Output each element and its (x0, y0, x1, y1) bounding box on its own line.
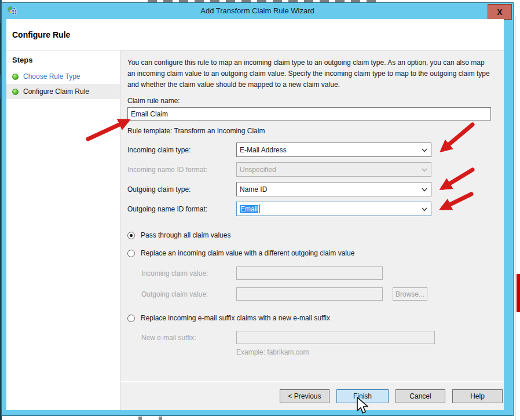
outgoing-name-id-format-dropdown[interactable]: Email (236, 202, 431, 216)
outgoing-claim-value-label: Outgoing claim value: (141, 290, 236, 298)
suffix-example-text: Example: fabrikam.com (236, 348, 492, 356)
outgoing-name-id-format-label: Outgoing name ID format: (127, 205, 236, 213)
page-header: Configure Rule (6, 19, 504, 50)
radio-replace-email-suffix[interactable]: Replace incoming e-mail suffix claims wi… (127, 314, 492, 322)
step-choose-rule-type[interactable]: Choose Rule Type (6, 69, 120, 84)
background-top-text-remnant (148, 0, 379, 2)
step-configure-claim-rule[interactable]: Configure Claim Rule (6, 84, 120, 99)
previous-button[interactable]: < Previous (280, 389, 329, 403)
chevron-down-icon (420, 166, 429, 174)
outgoing-claim-value-input (236, 287, 383, 301)
help-button[interactable]: Help (452, 389, 503, 403)
close-button[interactable]: X (488, 4, 512, 20)
incoming-name-id-format-dropdown: Unspecified (236, 162, 431, 177)
background-right-edge (515, 16, 515, 420)
steps-sidebar: Steps Choose Rule Type Configure Claim R… (6, 50, 120, 410)
chevron-down-icon (420, 146, 429, 154)
finish-button[interactable]: Finish (336, 389, 389, 403)
background-bottom-mark (159, 417, 162, 420)
incoming-claim-type-dropdown[interactable]: E-Mail Address (236, 143, 431, 157)
radio-pass-through[interactable]: Pass through all claim values (127, 231, 492, 239)
rule-template-text: Rule template: Transform an Incoming Cla… (127, 127, 492, 135)
step-complete-icon (12, 74, 19, 80)
cancel-button[interactable]: Cancel (396, 389, 445, 403)
new-email-suffix-label: New e-mail suffix: (141, 334, 236, 342)
page-title: Configure Rule (12, 30, 70, 39)
content-pane: You can configure this rule to map an in… (120, 50, 504, 410)
title-bar: Add Transform Claim Rule Wizard X (2, 3, 513, 19)
radio-button-icon (127, 232, 135, 239)
add-transform-claim-rule-wizard-dialog: Add Transform Claim Rule Wizard X Config… (2, 3, 513, 415)
incoming-claim-value-label: Incoming claim value: (141, 269, 236, 277)
radio-replace-claim-value[interactable]: Replace an incoming claim value with a d… (127, 249, 492, 257)
selected-text: Email (240, 205, 258, 213)
claim-rule-name-input[interactable]: Email Claim (127, 107, 491, 120)
close-icon: X (497, 8, 502, 17)
steps-heading: Steps (12, 56, 120, 64)
chevron-down-icon (420, 185, 429, 193)
step-complete-icon (12, 89, 19, 95)
background-red-annotation-bar (517, 274, 520, 312)
incoming-claim-value-input (236, 266, 383, 280)
text-caret (259, 204, 260, 213)
incoming-claim-type-label: Incoming claim type: (127, 146, 236, 154)
outgoing-claim-type-dropdown[interactable]: Name ID (236, 182, 431, 196)
rule-description: You can configure this rule to map an in… (127, 57, 492, 90)
screen: Add Transform Claim Rule Wizard X Config… (0, 0, 520, 420)
background-bottom-mark (138, 417, 142, 420)
window-title: Add Transform Claim Rule Wizard (2, 6, 513, 15)
browse-button: Browse... (393, 287, 427, 301)
new-email-suffix-input (236, 331, 435, 344)
dialog-body: Configure Rule Steps Choose Rule Type Co… (6, 19, 504, 410)
button-bar: < Previous Finish Cancel Help (120, 381, 504, 410)
radio-button-icon (127, 250, 135, 257)
chevron-down-icon (420, 205, 429, 213)
claim-rule-name-label: Claim rule name: (127, 97, 492, 105)
radio-button-icon (127, 315, 135, 322)
incoming-name-id-format-label: Incoming name ID format: (127, 166, 236, 174)
outgoing-claim-type-label: Outgoing claim type: (127, 185, 236, 193)
